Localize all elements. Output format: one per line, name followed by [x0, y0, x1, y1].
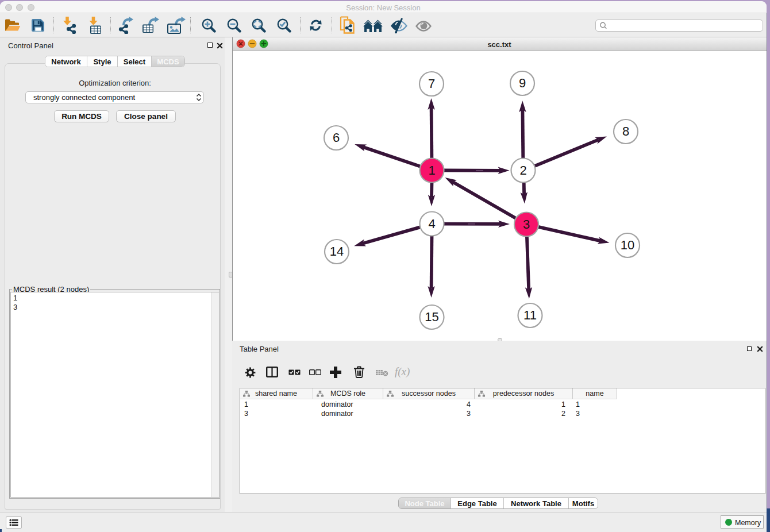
svg-text:1: 1	[428, 163, 435, 178]
svg-text:8: 8	[622, 124, 629, 138]
svg-text:11: 11	[523, 308, 537, 322]
svg-text:14: 14	[330, 244, 344, 259]
svg-text:4: 4	[428, 217, 435, 231]
svg-text:7: 7	[428, 76, 435, 91]
svg-text:6: 6	[333, 130, 340, 145]
svg-text:2: 2	[519, 163, 526, 178]
svg-text:15: 15	[425, 310, 438, 324]
svg-text:9: 9	[519, 76, 526, 90]
svg-text:10: 10	[621, 238, 634, 252]
svg-text:3: 3	[523, 217, 530, 232]
